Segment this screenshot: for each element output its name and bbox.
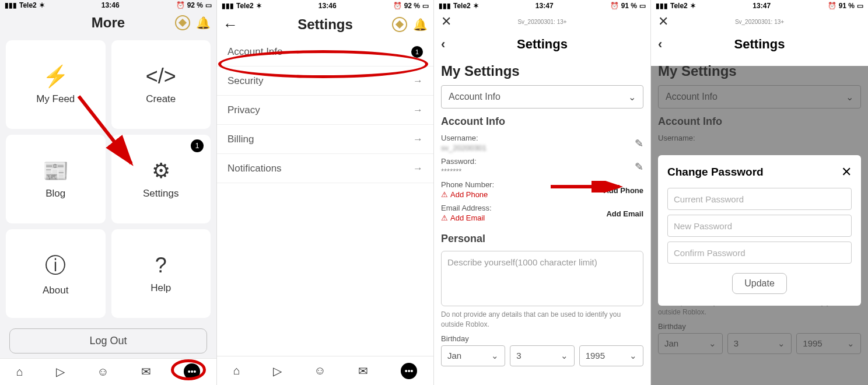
help-icon: ? bbox=[155, 253, 167, 278]
tab-bar: ⌂ ▷ ☺ ✉ ••• bbox=[0, 358, 216, 385]
chevron-right-icon: → bbox=[413, 75, 423, 87]
close-icon[interactable]: ✕ bbox=[841, 164, 852, 180]
status-bar: ▮▮▮Tele2✶ 13:46 ⏰92 %▭ bbox=[0, 0, 216, 11]
close-icon[interactable]: ✕ bbox=[658, 14, 668, 29]
code-icon: </> bbox=[146, 64, 176, 89]
chevron-down-icon: ⌄ bbox=[628, 92, 636, 103]
chat-icon[interactable]: ✉ bbox=[358, 364, 368, 378]
new-password-input[interactable] bbox=[667, 215, 852, 237]
password-field: Password:******* ✎ bbox=[441, 157, 643, 176]
tile-create[interactable]: </>Create bbox=[111, 40, 211, 129]
warning-icon: ⚠ bbox=[441, 214, 448, 222]
privacy-note: Do not provide any details that can be u… bbox=[441, 310, 643, 330]
tile-about[interactable]: ⓘAbout bbox=[6, 229, 106, 318]
back-arrow-icon[interactable]: ← bbox=[223, 16, 238, 34]
signal-icon: ▮▮▮ bbox=[5, 1, 17, 9]
row-account-info[interactable]: Account Info1 bbox=[217, 37, 433, 66]
chat-icon[interactable]: ✉ bbox=[141, 365, 151, 379]
play-icon[interactable]: ▷ bbox=[273, 364, 282, 378]
add-email-link[interactable]: Add Email bbox=[606, 209, 643, 218]
tile-help[interactable]: ?Help bbox=[111, 229, 211, 318]
back-icon[interactable]: ‹ bbox=[658, 37, 662, 52]
logout-button[interactable]: Log Out bbox=[9, 328, 207, 354]
edit-icon[interactable]: ✎ bbox=[635, 160, 643, 173]
birthday-month[interactable]: Jan⌄ bbox=[441, 345, 505, 366]
username-field: Username:sv_20200301 ✎ bbox=[441, 134, 643, 152]
bell-icon[interactable]: 🔔 bbox=[413, 18, 428, 32]
row-privacy[interactable]: Privacy→ bbox=[217, 96, 433, 125]
section-dropdown[interactable]: Account Info⌄ bbox=[441, 85, 643, 108]
robux-icon[interactable] bbox=[392, 17, 407, 32]
more-icon[interactable]: ••• bbox=[184, 363, 200, 380]
alarm-icon: ⏰ bbox=[176, 1, 185, 9]
phone-field: Phone Number: ⚠Add Phone Add Phone bbox=[441, 180, 643, 199]
add-phone-link[interactable]: Add Phone bbox=[603, 186, 643, 195]
gear-icon: ⚙ bbox=[152, 159, 170, 183]
page-title: More bbox=[92, 15, 125, 31]
close-icon[interactable]: ✕ bbox=[441, 14, 452, 29]
tile-blog[interactable]: 📰Blog bbox=[6, 135, 106, 223]
my-settings-title: My Settings bbox=[441, 63, 643, 79]
personal-heading: Personal bbox=[441, 233, 643, 245]
current-password-input[interactable] bbox=[667, 188, 852, 210]
tile-my-feed[interactable]: ⚡My Feed bbox=[6, 40, 106, 129]
edit-icon[interactable]: ✎ bbox=[635, 137, 643, 150]
more-header: More 🔔 bbox=[0, 11, 216, 35]
change-password-modal: Change Password ✕ Update bbox=[658, 155, 861, 306]
row-billing[interactable]: Billing→ bbox=[217, 125, 433, 154]
email-field: Email Address: ⚠Add Email Add Email bbox=[441, 204, 643, 222]
badge: 1 bbox=[191, 139, 204, 152]
account-label: Sv_20200301: 13+ bbox=[517, 19, 566, 25]
back-icon[interactable]: ‹ bbox=[441, 37, 445, 52]
description-textarea[interactable]: Describe yourself(1000 character limit) bbox=[441, 251, 643, 306]
warning-icon: ⚠ bbox=[441, 190, 448, 199]
birthday-year[interactable]: 1995⌄ bbox=[579, 345, 643, 366]
account-info-heading: Account Info bbox=[441, 116, 643, 128]
status-bar: ▮▮▮Tele2✶ 13:46 ⏰92 %▭ bbox=[217, 0, 433, 12]
update-button[interactable]: Update bbox=[732, 273, 787, 294]
avatar-icon[interactable]: ☺ bbox=[314, 364, 326, 377]
status-bar: ▮▮▮Tele2✶ 13:47 ⏰91 %▭ bbox=[434, 0, 650, 12]
blog-icon: 📰 bbox=[43, 159, 69, 183]
bell-icon[interactable]: 🔔 bbox=[196, 16, 211, 30]
birthday-day[interactable]: 3⌄ bbox=[510, 345, 574, 366]
home-icon[interactable]: ⌂ bbox=[233, 364, 240, 377]
row-notifications[interactable]: Notifications→ bbox=[217, 154, 433, 183]
status-bar: ▮▮▮Tele2✶ 13:47 ⏰91 %▭ bbox=[651, 0, 868, 12]
home-icon[interactable]: ⌂ bbox=[16, 365, 23, 379]
tab-bar: ⌂ ▷ ☺ ✉ ••• bbox=[217, 356, 433, 385]
lightning-icon: ⚡ bbox=[43, 64, 69, 89]
battery-icon: ▭ bbox=[205, 1, 212, 9]
page-title: Settings bbox=[298, 16, 353, 33]
play-icon[interactable]: ▷ bbox=[56, 365, 65, 379]
wifi-icon: ✶ bbox=[39, 1, 45, 9]
tile-settings[interactable]: 1⚙Settings bbox=[111, 135, 211, 223]
more-icon[interactable]: ••• bbox=[401, 363, 417, 379]
info-icon: ⓘ bbox=[45, 251, 66, 280]
avatar-icon[interactable]: ☺ bbox=[97, 365, 108, 379]
confirm-password-input[interactable] bbox=[667, 242, 852, 264]
modal-title: Change Password bbox=[667, 166, 764, 178]
settings-header: ← Settings 🔔 bbox=[217, 12, 433, 37]
robux-icon[interactable] bbox=[175, 15, 190, 30]
row-security[interactable]: Security→ bbox=[217, 66, 433, 96]
birthday-label: Birthday bbox=[441, 334, 643, 343]
